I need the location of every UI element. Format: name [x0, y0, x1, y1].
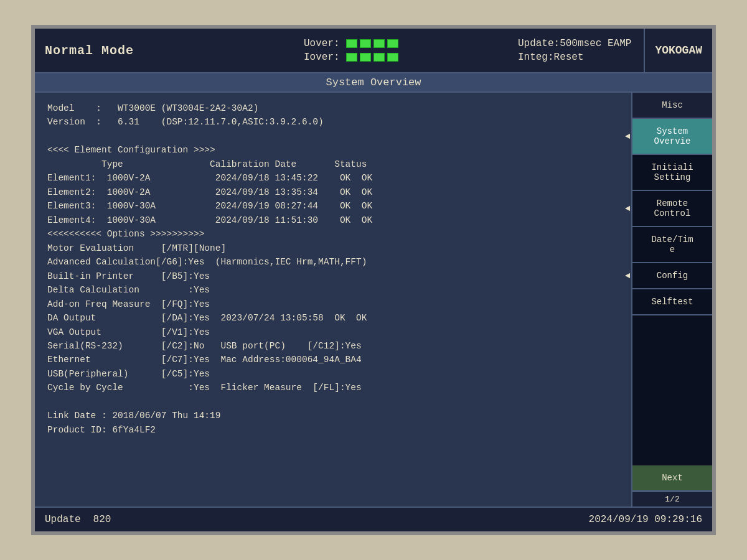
main-area: Model : WT3000E (WT3004E-2A2-30A2) Versi… [35, 93, 712, 506]
remote-label: RemoteControl [654, 198, 691, 218]
iover-ind-3 [374, 53, 385, 62]
top-left: Normal Mode [35, 29, 197, 72]
serial: Serial(RS-232) [/C2]:No USB port(PC) [/C… [47, 339, 619, 353]
update-label: Update:500msec EAMP [518, 38, 631, 49]
sidebar-item-next[interactable]: Next [632, 465, 712, 492]
page-indicator: 1/2 [632, 492, 712, 506]
datetime-label: Date/Time [651, 235, 693, 254]
element-table-header: Type Calibration Date Status [47, 157, 619, 171]
iover-row: Iover: [304, 52, 398, 63]
arrow-icon-2: ◄ [625, 203, 630, 213]
integ-label: Integ:Reset [518, 52, 584, 63]
uover-ind-1 [346, 39, 357, 48]
options-header: <<<<<<<<<< Options >>>>>>>>>> [47, 227, 619, 241]
vga-output: VGA Output [/V1]:Yes [47, 325, 619, 339]
model-line: Model : WT3000E (WT3004E-2A2-30A2) [47, 101, 619, 115]
ethernet: Ethernet [/C7]:Yes Mac Address:000064_94… [47, 353, 619, 366]
delta-calc: Delta Calculation :Yes [47, 283, 619, 297]
sidebar-item-initialize[interactable]: InitialiSetting [632, 155, 712, 191]
blank-1 [47, 129, 619, 143]
sys-title: System Overview [326, 77, 421, 88]
sidebar-spacer [632, 315, 712, 465]
misc-label: Misc [662, 100, 683, 110]
next-label: Next [662, 473, 683, 483]
sys-title-bar: System Overview [35, 73, 712, 93]
iover-ind-4 [387, 53, 398, 62]
sidebar-item-selftest[interactable]: Selftest [632, 289, 712, 315]
bottom-bar: Update 820 2024/09/19 09:29:16 [35, 506, 712, 531]
brand-label: YOKOGAW [644, 29, 712, 72]
update-value: 820 [93, 514, 111, 525]
sidebar-item-remote[interactable]: RemoteControl ◄ [632, 191, 712, 227]
system-overview-label: SystemOvervie [654, 126, 691, 146]
element3: Element3: 1000V-30A 2024/09/19 08:27:44 … [47, 199, 619, 213]
bottom-left: Update 820 [45, 514, 111, 525]
uover-indicators [346, 39, 398, 48]
screen: Normal Mode Uover: Iover: [31, 25, 716, 535]
normal-mode-label: Normal Mode [45, 44, 187, 58]
iover-indicators [346, 53, 398, 62]
bottom-datetime: 2024/09/19 09:29:16 [589, 514, 702, 525]
da-output: DA Output [/DA]:Yes 2023/07/24 13:05:58 … [47, 311, 619, 325]
iover-ind-2 [360, 53, 371, 62]
element4: Element4: 1000V-30A 2024/09/18 11:51:30 … [47, 213, 619, 227]
sidebar-item-system-overview[interactable]: SystemOvervie ◄ [632, 119, 712, 155]
top-center: Uover: Iover: [197, 29, 505, 72]
element2: Element2: 1000V-2A 2024/09/18 13:35:34 O… [47, 185, 619, 199]
product-id: Product ID: 6fYa4LF2 [47, 423, 619, 437]
update-label: Update [45, 514, 81, 525]
uover-label: Uover: [304, 38, 341, 49]
uover-ind-4 [387, 39, 398, 48]
sidebar-item-datetime[interactable]: Date/Time [632, 227, 712, 263]
top-bar: Normal Mode Uover: Iover: [35, 29, 712, 73]
initialize-label: InitialiSetting [651, 162, 693, 182]
arrow-icon: ◄ [625, 131, 630, 141]
version-line: Version : 6.31 (DSP:12.11.7.0,ASIC:3.9.2… [47, 115, 619, 129]
sidebar: Misc SystemOvervie ◄ InitialiSetting Rem… [631, 93, 712, 506]
usb-peripheral: USB(Peripheral) [/C5]:Yes [47, 367, 619, 381]
uover-ind-2 [360, 39, 371, 48]
arrow-icon-3: ◄ [625, 271, 630, 281]
sidebar-item-misc[interactable]: Misc [632, 93, 712, 119]
element1: Element1: 1000V-2A 2024/09/18 13:45:22 O… [47, 171, 619, 185]
monitor-frame: Normal Mode Uover: Iover: [0, 0, 747, 560]
uover-ind-3 [374, 39, 385, 48]
cycle-by-cycle: Cycle by Cycle :Yes Flicker Measure [/FL… [47, 381, 619, 394]
iover-label: Iover: [304, 52, 341, 63]
advanced-calc: Advanced Calculation[/G6]:Yes (Harmonics… [47, 255, 619, 269]
sidebar-item-config[interactable]: Config ◄ [632, 263, 712, 289]
addon-freq: Add-on Freq Measure [/FQ]:Yes [47, 297, 619, 311]
blank-2 [47, 395, 619, 409]
iover-ind-1 [346, 53, 357, 62]
motor-eval: Motor Evaluation [/MTR][None] [47, 241, 619, 255]
top-right-info: Update:500msec EAMP Integ:Reset [505, 29, 644, 72]
selftest-label: Selftest [651, 297, 693, 307]
link-date: Link Date : 2018/06/07 Thu 14:19 [47, 409, 619, 422]
config-label: Config [657, 271, 688, 281]
content-panel: Model : WT3000E (WT3004E-2A2-30A2) Versi… [35, 93, 631, 506]
uover-row: Uover: [304, 38, 398, 49]
builtin-printer: Built-in Printer [/B5]:Yes [47, 269, 619, 283]
element-config-header: <<<< Element Configuration >>>> [47, 143, 619, 157]
